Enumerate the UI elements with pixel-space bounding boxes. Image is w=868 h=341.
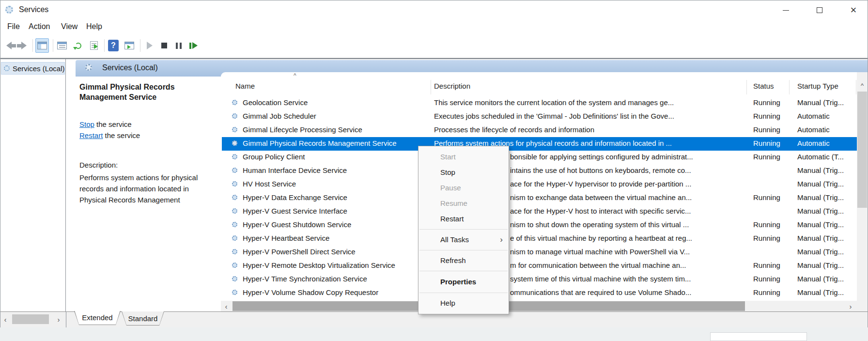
- properties-icon: [57, 42, 67, 49]
- context-menu-item-help[interactable]: Help: [418, 295, 509, 311]
- menu-help[interactable]: Help: [86, 22, 102, 31]
- back-button[interactable]: [2, 38, 16, 53]
- tab-extended[interactable]: Extended: [74, 311, 121, 325]
- pause-service-button[interactable]: [172, 38, 186, 53]
- table-row-selected[interactable]: Gimmal Physical Records Management Servi…: [222, 137, 857, 151]
- table-row[interactable]: Geolocation Service This service monitor…: [222, 96, 857, 110]
- table-row[interactable]: Hyper-V Guest Service Interface ace for …: [222, 205, 857, 218]
- restart-service-button[interactable]: [186, 38, 200, 53]
- menu-separator: [419, 229, 508, 230]
- tree-scroll-thumb[interactable]: [12, 314, 49, 324]
- export-list-button[interactable]: [87, 38, 101, 53]
- description-label: Description:: [79, 161, 118, 169]
- table-row[interactable]: Hyper-V Guest Shutdown Service nism to s…: [222, 218, 857, 232]
- menu-view[interactable]: View: [61, 22, 78, 31]
- service-gear-icon: [232, 263, 237, 268]
- table-row[interactable]: Hyper-V Data Exchange Service nism to ex…: [222, 191, 857, 205]
- cell-name: Gimmal Job Scheduler: [243, 112, 430, 120]
- tree-horizontal-scrollbar[interactable]: ‹ ›: [0, 314, 65, 325]
- menu-action[interactable]: Action: [29, 22, 50, 31]
- cell-startup-type: Automatic: [797, 125, 854, 134]
- maximize-button[interactable]: [808, 0, 831, 20]
- service-gear-icon: [232, 235, 237, 241]
- scroll-left-button[interactable]: ‹: [221, 301, 232, 311]
- column-divider[interactable]: [789, 80, 790, 94]
- table-row[interactable]: Gimmal Job Scheduler Executes jobs sched…: [222, 110, 857, 124]
- column-header-startup-type[interactable]: Startup Type: [797, 82, 838, 90]
- toolbar-separator: [32, 39, 33, 52]
- properties-button[interactable]: [55, 38, 69, 53]
- tab-standard[interactable]: Standard: [122, 311, 164, 326]
- cell-startup-type: Manual (Trig...: [797, 288, 854, 296]
- close-button[interactable]: ×: [842, 0, 865, 20]
- start-service-icon: [147, 42, 153, 49]
- menu-file[interactable]: File: [7, 22, 20, 31]
- column-header-name[interactable]: Name: [235, 82, 255, 90]
- console-tree-panel: Services (Local): [0, 59, 66, 311]
- cell-description: This service monitors the current locati…: [434, 98, 744, 107]
- context-menu-item-refresh[interactable]: Refresh: [418, 253, 509, 268]
- stop-service-line: Stop the service: [79, 119, 140, 130]
- scroll-left-icon: ‹: [225, 302, 228, 310]
- cell-status: Running: [753, 234, 788, 242]
- tree-scroll-right-button[interactable]: ›: [54, 314, 63, 325]
- stop-service-button[interactable]: [157, 38, 171, 53]
- table-row[interactable]: Gimmal Lifecycle Processing Service Proc…: [222, 124, 857, 137]
- column-divider[interactable]: [856, 80, 856, 94]
- table-row[interactable]: Hyper-V Heartbeat Service e of this virt…: [222, 232, 857, 246]
- column-divider[interactable]: [746, 80, 747, 94]
- show-console-tree-icon: [37, 42, 47, 49]
- table-row[interactable]: Human Interface Device Service intains t…: [222, 164, 857, 178]
- start-service-button[interactable]: [143, 38, 156, 53]
- cell-startup-type: Automatic: [797, 112, 854, 120]
- cell-startup-type: Manual (Trig...: [797, 248, 854, 256]
- all-tasks-label: All Tasks: [440, 235, 469, 244]
- cell-status: Running: [753, 98, 788, 107]
- column-divider[interactable]: [431, 80, 431, 94]
- service-gear-icon: [232, 168, 237, 173]
- restart-service-link[interactable]: Restart: [79, 131, 103, 140]
- show-action-pane-button[interactable]: [123, 38, 136, 53]
- list-horizontal-scrollbar[interactable]: ‹ ›: [221, 301, 857, 311]
- vertical-scroll-thumb[interactable]: [857, 92, 867, 208]
- menu-separator: [419, 271, 508, 271]
- context-menu-item-pause: Pause: [418, 180, 509, 196]
- tree-item-label: Services (Local): [13, 64, 65, 73]
- list-vertical-scrollbar[interactable]: ^: [857, 72, 868, 311]
- scroll-right-button[interactable]: ›: [845, 301, 856, 311]
- help-button[interactable]: ?: [107, 38, 120, 53]
- stop-service-link[interactable]: Stop: [79, 120, 94, 128]
- context-menu-item-restart[interactable]: Restart: [418, 211, 509, 227]
- context-menu-item-stop[interactable]: Stop: [418, 165, 509, 180]
- table-row[interactable]: Hyper-V Remote Desktop Virtualization Se…: [222, 259, 857, 273]
- refresh-button[interactable]: [71, 38, 85, 53]
- context-menu-item-all-tasks[interactable]: All Tasks ›: [418, 232, 509, 248]
- table-row[interactable]: Group Policy Client bonsible for applyin…: [222, 151, 857, 164]
- table-row[interactable]: Hyper-V Time Synchronization Service sys…: [222, 273, 857, 286]
- table-row[interactable]: Hyper-V PowerShell Direct Service nism t…: [222, 246, 857, 259]
- column-header-description[interactable]: Description: [434, 82, 470, 90]
- sort-ascending-icon[interactable]: ^: [294, 72, 296, 79]
- cell-name: Hyper-V PowerShell Direct Service: [243, 248, 430, 256]
- pause-service-icon: [176, 43, 182, 49]
- service-gear-icon: [232, 249, 237, 254]
- stop-suffix: the service: [94, 120, 132, 128]
- cell-status: Running: [753, 288, 788, 296]
- toolbar-separator: [140, 39, 140, 52]
- cell-startup-type: Manual (Trig...: [797, 98, 854, 107]
- minimize-button[interactable]: [775, 0, 797, 20]
- menu-separator: [419, 250, 508, 250]
- cell-status: Running: [753, 112, 788, 120]
- table-row[interactable]: HV Host Service ace for the Hyper-V hype…: [222, 178, 857, 191]
- services-window: Services × File Action View Help: [0, 0, 868, 327]
- export-list-icon: [90, 41, 98, 50]
- forward-button[interactable]: [17, 38, 31, 53]
- toolbar: ?: [0, 34, 868, 58]
- tree-scroll-left-button[interactable]: ‹: [0, 314, 10, 325]
- column-header-status[interactable]: Status: [753, 82, 774, 90]
- show-console-tree-button[interactable]: [35, 38, 49, 53]
- scroll-up-button[interactable]: ^: [857, 80, 868, 91]
- context-menu-item-properties[interactable]: Properties: [418, 274, 509, 290]
- table-row[interactable]: Hyper-V Volume Shadow Copy Requestor omm…: [222, 286, 857, 300]
- tree-item-services-local[interactable]: Services (Local): [1, 62, 65, 75]
